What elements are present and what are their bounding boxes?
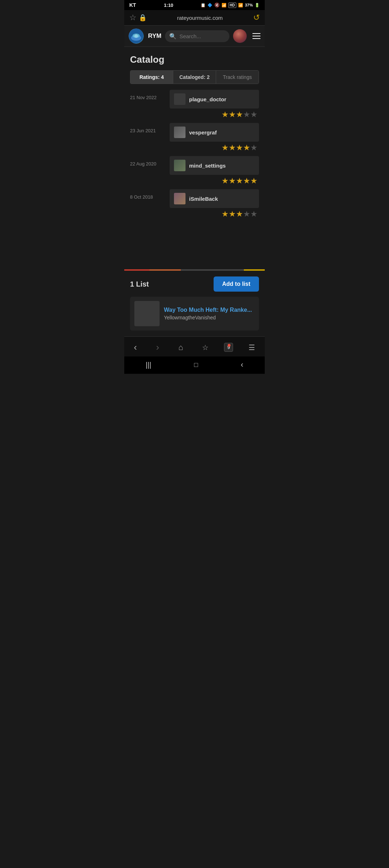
star-empty-icon: ★ <box>243 110 250 119</box>
star-filled-icon: ★ <box>250 176 258 186</box>
entry-username[interactable]: mind_settings <box>189 163 226 169</box>
notification-dot <box>228 344 231 347</box>
star-filled-icon: ★ <box>222 143 229 152</box>
main-content: Catalog Ratings: 4 Cataloged: 2 Track ra… <box>124 47 265 336</box>
battery-percent: 37% <box>245 3 253 7</box>
list-creator[interactable]: YellowmagtheVanished <box>164 315 252 320</box>
signal-icon: 📶 <box>238 3 243 8</box>
nav-bar: RYM 🔍 <box>124 26 265 47</box>
android-home-button[interactable]: □ <box>194 361 198 369</box>
url-display[interactable]: rateyourmusic.com <box>147 15 253 21</box>
search-input[interactable] <box>179 33 225 39</box>
rating-entry: 22 Aug 2020 mind_settings ★ ★ ★ ★ ★ <box>130 156 259 187</box>
bottom-nav: ‹ › ⌂ ☆ 9 ☰ <box>124 336 265 356</box>
star-filled-icon: ★ <box>229 209 236 219</box>
content-spacer <box>124 226 265 269</box>
android-recent-button[interactable]: ||| <box>146 361 151 369</box>
star-filled-icon: ★ <box>222 176 229 186</box>
status-icons: 📋 🔷 🔇 📶 HD 📶 37% 🔋 <box>201 3 260 8</box>
tab-ratings[interactable]: Ratings: 4 <box>130 71 173 84</box>
entry-date: 21 Nov 2022 <box>130 90 170 100</box>
star-empty-icon: ★ <box>250 110 258 119</box>
star-filled-icon: ★ <box>236 209 243 219</box>
hamburger-menu-icon[interactable] <box>252 33 260 39</box>
star-filled-icon: ★ <box>222 110 229 119</box>
stars-row: ★ ★ ★ ★ ★ <box>170 108 259 121</box>
tab-track-ratings[interactable]: Track ratings <box>216 71 259 84</box>
tab-cataloged[interactable]: Cataloged: 2 <box>173 71 216 84</box>
avatar[interactable] <box>233 29 247 43</box>
list-item-card[interactable]: Way Too Much Heft: My Ranke... Yellowmag… <box>130 297 259 331</box>
android-back-button[interactable]: ‹ <box>241 360 243 369</box>
nav-tabs-button[interactable]: 9 <box>224 343 233 352</box>
user-avatar-ismileback <box>174 193 185 204</box>
catalog-section: Catalog Ratings: 4 Cataloged: 2 Track ra… <box>124 47 265 226</box>
star-filled-icon: ★ <box>229 143 236 152</box>
nav-home-button[interactable]: ⌂ <box>175 341 187 354</box>
user-avatar-plague-doctor <box>174 93 185 105</box>
search-bar[interactable]: 🔍 <box>165 30 229 42</box>
browser-bar: ☆ 🔒 rateyourmusic.com ↺ <box>124 10 265 26</box>
lock-icon: 🔒 <box>139 14 147 22</box>
progress-segment-gold <box>244 269 265 271</box>
refresh-icon[interactable]: ↺ <box>253 13 260 22</box>
entry-username[interactable]: plague_doctor <box>189 96 226 102</box>
rym-logo[interactable] <box>129 28 144 44</box>
star-empty-icon: ★ <box>250 143 258 152</box>
entry-right: plague_doctor ★ ★ ★ ★ ★ <box>170 90 259 121</box>
hd-badge: HD <box>228 3 236 8</box>
nav-menu-button[interactable]: ☰ <box>245 342 259 353</box>
star-filled-icon: ★ <box>236 176 243 186</box>
progress-segment-orange <box>149 269 181 271</box>
nav-back-button[interactable]: ‹ <box>130 340 141 354</box>
star-empty-icon: ★ <box>243 209 250 219</box>
progress-segment-gray <box>181 269 244 271</box>
list-count: 1 List <box>130 280 149 288</box>
entry-date: 23 Jun 2021 <box>130 123 170 133</box>
star-filled-icon: ★ <box>243 176 250 186</box>
stars-row: ★ ★ ★ ★ ★ <box>170 142 259 154</box>
user-avatar-mind-settings <box>174 160 185 171</box>
list-info: Way Too Much Heft: My Ranke... Yellowmag… <box>164 307 252 320</box>
add-to-list-button[interactable]: Add to list <box>214 276 259 292</box>
entry-right: mind_settings ★ ★ ★ ★ ★ <box>170 156 259 187</box>
star-filled-icon: ★ <box>229 176 236 186</box>
status-bar: KT 1:10 📋 🔷 🔇 📶 HD 📶 37% 🔋 <box>124 0 265 10</box>
star-filled-icon: ★ <box>236 143 243 152</box>
status-time-value: 1:10 <box>164 3 173 8</box>
rating-entry: 21 Nov 2022 plague_doctor ★ ★ ★ ★ ★ <box>130 90 259 121</box>
status-time: KT <box>129 2 136 8</box>
list-title[interactable]: Way Too Much Heft: My Ranke... <box>164 307 252 313</box>
search-icon: 🔍 <box>169 33 176 40</box>
list-section: 1 List Add to list Way Too Much Heft: My… <box>124 271 265 336</box>
user-avatar-vespergraf <box>174 127 185 138</box>
battery-icon: 🔋 <box>255 3 260 8</box>
stars-row: ★ ★ ★ ★ ★ <box>170 175 259 187</box>
star-filled-icon: ★ <box>222 209 229 219</box>
entry-user-row[interactable]: vespergraf <box>170 123 259 142</box>
bookmark-star-icon[interactable]: ☆ <box>129 13 137 22</box>
entry-date: 8 Oct 2018 <box>130 189 170 200</box>
rating-entry: 23 Jun 2021 vespergraf ★ ★ ★ ★ ★ <box>130 123 259 154</box>
entry-user-row[interactable]: mind_settings <box>170 156 259 175</box>
site-name: RYM <box>148 32 161 40</box>
entry-username[interactable]: iSmileBack <box>189 196 218 202</box>
entry-date: 22 Aug 2020 <box>130 156 170 167</box>
list-header: 1 List Add to list <box>130 276 259 292</box>
entry-user-row[interactable]: plague_doctor <box>170 90 259 108</box>
entry-username[interactable]: vespergraf <box>189 129 217 136</box>
nav-forward-button[interactable]: › <box>152 340 163 354</box>
progress-divider <box>124 269 265 271</box>
nav-bookmark-button[interactable]: ☆ <box>198 342 212 353</box>
entry-right: iSmileBack ★ ★ ★ ★ ★ <box>170 189 259 220</box>
list-thumbnail <box>134 301 160 326</box>
catalog-title: Catalog <box>130 54 259 65</box>
star-filled-icon: ★ <box>243 143 250 152</box>
svg-point-3 <box>134 34 138 38</box>
bluetooth-icon: 🔷 <box>207 3 213 8</box>
star-filled-icon: ★ <box>236 110 243 119</box>
entry-user-row[interactable]: iSmileBack <box>170 189 259 208</box>
star-filled-icon: ★ <box>229 110 236 119</box>
android-nav: ||| □ ‹ <box>124 356 265 374</box>
star-empty-icon: ★ <box>250 209 258 219</box>
